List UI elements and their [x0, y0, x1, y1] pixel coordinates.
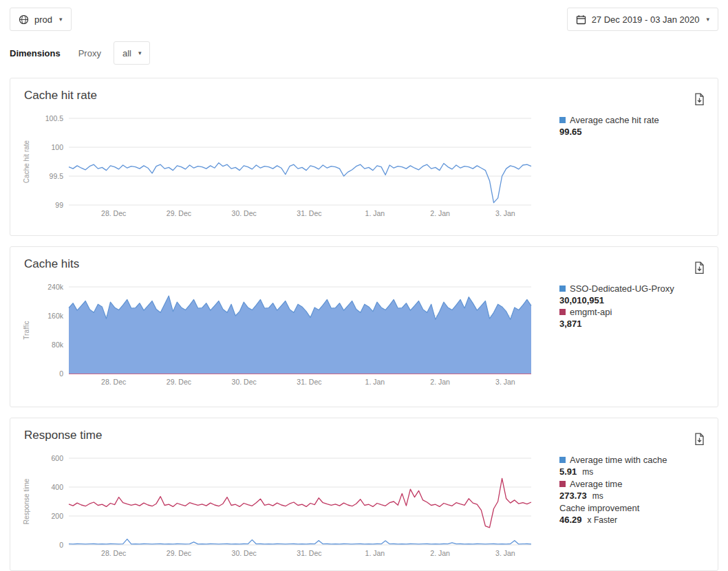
svg-text:3. Jan: 3. Jan: [495, 378, 515, 386]
legend-item: SSO-Dedicated-UG-Proxy30,010,951: [559, 283, 674, 306]
svg-text:31. Dec: 31. Dec: [297, 209, 321, 217]
cache-hits-chart: 240k160k80k028. Dec29. Dec30. Dec31. Dec…: [10, 279, 544, 390]
export-report-icon: [694, 93, 705, 106]
svg-text:Cache hit rate: Cache hit rate: [23, 140, 30, 183]
legend-item: Average time273.73ms: [559, 478, 667, 502]
svg-text:100.5: 100.5: [45, 114, 63, 122]
legend-swatch: [559, 457, 566, 463]
svg-text:400: 400: [51, 483, 63, 491]
legend-value: 46.29x Faster: [559, 514, 667, 526]
legend-label: Average time: [570, 478, 622, 490]
date-range-label: 27 Dec 2019 - 03 Jan 2020: [592, 14, 700, 25]
svg-text:99: 99: [55, 201, 63, 209]
legend-label: emgmt-api: [570, 306, 612, 318]
svg-text:Traffic: Traffic: [23, 321, 30, 339]
card-header: Cache hits: [10, 247, 718, 279]
export-report-button[interactable]: [692, 91, 707, 109]
svg-text:28. Dec: 28. Dec: [101, 378, 126, 386]
legend-item: Cache improvement46.29x Faster: [559, 502, 667, 526]
cache-hit-rate-legend: Average cache hit rate99.65: [559, 114, 659, 138]
legend-item: Average time with cache5.91ms: [559, 454, 667, 478]
legend-label: Cache improvement: [559, 502, 639, 514]
export-report-icon: [694, 261, 705, 274]
svg-text:2. Jan: 2. Jan: [430, 549, 450, 557]
date-range-picker[interactable]: 27 Dec 2019 - 03 Jan 2020 ▾: [567, 8, 718, 31]
svg-text:80k: 80k: [52, 341, 64, 349]
legend-value: 99.65: [559, 126, 659, 138]
svg-text:1. Jan: 1. Jan: [365, 378, 385, 386]
calendar-icon: [576, 14, 586, 25]
legend-swatch: [559, 117, 566, 123]
export-report-button[interactable]: [692, 431, 707, 449]
svg-text:Response time: Response time: [23, 478, 30, 524]
legend-value: 5.91ms: [559, 466, 667, 478]
dimensions-label: Dimensions: [10, 48, 61, 58]
svg-text:3. Jan: 3. Jan: [495, 209, 515, 217]
response-time-legend: Average time with cache5.91msAverage tim…: [559, 454, 667, 526]
filters-row: Dimensions Proxy all ▾: [0, 41, 728, 65]
svg-text:200: 200: [51, 512, 63, 520]
chevron-down-icon: ▾: [59, 16, 63, 23]
svg-text:29. Dec: 29. Dec: [167, 549, 191, 557]
environment-selector[interactable]: prod ▾: [10, 8, 72, 31]
card-cache-hit-rate: Cache hit rate 100.510099.59928. Dec29. …: [10, 78, 718, 236]
proxy-filter-value: all: [122, 48, 131, 58]
legend-label: Average time with cache: [570, 454, 667, 466]
response-time-chart: 600400200028. Dec29. Dec30. Dec31. Dec1.…: [10, 450, 544, 561]
card-response-time: Response time 600400200028. Dec29. Dec30…: [10, 418, 718, 571]
card-header: Response time: [10, 418, 718, 450]
svg-text:30. Dec: 30. Dec: [232, 378, 257, 386]
topbar: prod ▾ 27 Dec 2019 - 03 Jan 2020 ▾: [0, 0, 728, 31]
legend-swatch: [559, 309, 566, 315]
legend-value: 3,871: [559, 318, 674, 330]
legend-swatch: [559, 286, 566, 292]
cache-hit-rate-chart: 100.510099.59928. Dec29. Dec30. Dec31. D…: [10, 110, 544, 222]
chevron-down-icon: ▾: [138, 50, 142, 56]
svg-text:240k: 240k: [47, 283, 64, 291]
svg-text:30. Dec: 30. Dec: [232, 209, 257, 217]
globe-icon: [19, 14, 29, 25]
card-header: Cache hit rate: [10, 78, 718, 110]
export-report-icon: [694, 433, 705, 446]
card-title-cache-hit-rate: Cache hit rate: [24, 89, 97, 103]
svg-text:28. Dec: 28. Dec: [101, 549, 126, 557]
legend-item: Average cache hit rate99.65: [559, 114, 659, 138]
svg-text:30. Dec: 30. Dec: [232, 549, 257, 557]
svg-text:1. Jan: 1. Jan: [365, 549, 385, 557]
card-cache-hits: Cache hits 240k160k80k028. Dec29. Dec30.…: [10, 246, 718, 407]
svg-text:2. Jan: 2. Jan: [430, 209, 450, 217]
legend-label: SSO-Dedicated-UG-Proxy: [570, 283, 674, 294]
card-title-response-time: Response time: [24, 429, 102, 442]
legend-label: Average cache hit rate: [570, 114, 659, 126]
environment-label: prod: [34, 14, 52, 25]
svg-text:31. Dec: 31. Dec: [297, 378, 321, 386]
legend-value: 273.73ms: [559, 490, 667, 502]
legend-item: emgmt-api3,871: [559, 306, 674, 330]
svg-text:0: 0: [59, 541, 63, 549]
legend-swatch: [559, 481, 566, 487]
svg-text:2. Jan: 2. Jan: [430, 378, 450, 386]
cache-hits-legend: SSO-Dedicated-UG-Proxy30,010,951emgmt-ap…: [559, 283, 674, 330]
svg-text:3. Jan: 3. Jan: [495, 549, 515, 557]
chevron-down-icon: ▾: [706, 16, 709, 23]
svg-text:28. Dec: 28. Dec: [101, 209, 126, 217]
svg-text:31. Dec: 31. Dec: [297, 549, 321, 557]
svg-text:600: 600: [51, 454, 63, 462]
svg-text:29. Dec: 29. Dec: [167, 209, 191, 217]
svg-text:29. Dec: 29. Dec: [167, 378, 191, 386]
legend-value: 30,010,951: [559, 294, 674, 306]
dimension-name-proxy: Proxy: [78, 48, 101, 58]
svg-text:0: 0: [59, 369, 63, 378]
proxy-filter-dropdown[interactable]: all ▾: [114, 41, 151, 65]
svg-text:1. Jan: 1. Jan: [365, 209, 385, 217]
svg-text:160k: 160k: [47, 312, 64, 320]
card-title-cache-hits: Cache hits: [24, 257, 79, 271]
svg-text:100: 100: [51, 143, 63, 151]
export-report-button[interactable]: [692, 260, 707, 278]
svg-text:99.5: 99.5: [50, 172, 64, 180]
